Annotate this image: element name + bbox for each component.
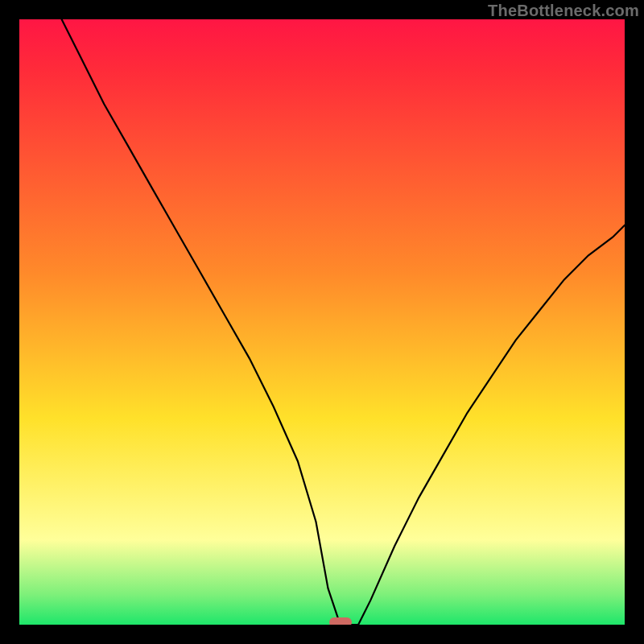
bottleneck-curve-path xyxy=(62,19,625,625)
minimum-marker xyxy=(329,617,352,625)
chart-frame: TheBottleneck.com xyxy=(0,0,644,644)
watermark-text: TheBottleneck.com xyxy=(488,2,639,20)
plot-area xyxy=(19,19,625,625)
curve-layer xyxy=(19,19,625,625)
